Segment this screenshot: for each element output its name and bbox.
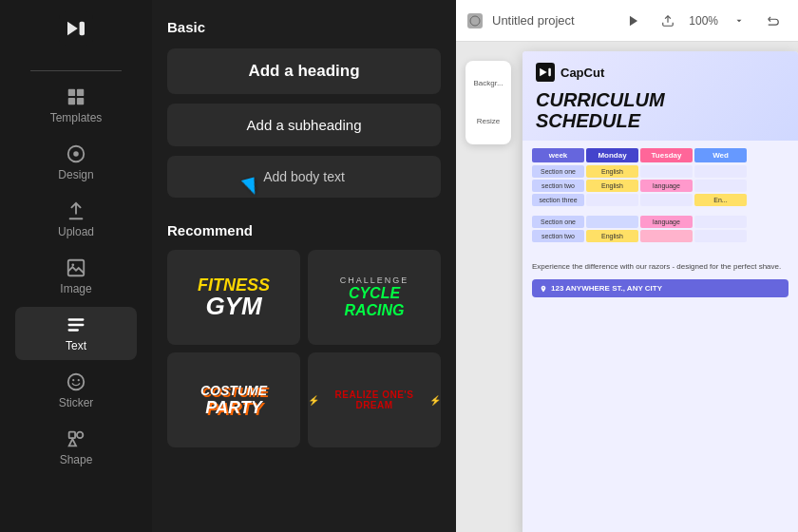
svg-point-14 — [77, 432, 83, 438]
costume-party-text: COSTUME PARTY — [200, 383, 267, 418]
basic-section-title: Basic — [167, 19, 441, 35]
topbar-title: Untitled project — [492, 13, 611, 28]
sidebar-item-design[interactable]: Design — [15, 136, 137, 189]
cell-language-1: language — [640, 180, 693, 192]
sidebar-item-templates[interactable]: Templates — [15, 79, 137, 132]
cycle-racing-text: CHALLENGE CYCLE RACING — [340, 276, 409, 319]
fitness-gym-text: FITNESS GYM — [198, 276, 270, 318]
sidebar-item-image-label: Image — [60, 282, 91, 295]
add-heading-button[interactable]: Add a heading — [167, 48, 441, 94]
cell-2-language: language — [640, 216, 693, 228]
doc-title: CURRICULUM SCHEDULE — [536, 89, 785, 131]
challenge-label: CHALLENGE — [340, 276, 409, 285]
doc-address: 123 ANYWHERE ST., ANY CITY — [532, 279, 788, 297]
favicon-icon — [467, 13, 483, 28]
topbar-actions: 100% — [620, 8, 787, 34]
costume-label: COSTUME — [200, 383, 267, 398]
sidebar-item-upload[interactable]: Upload — [15, 193, 137, 246]
cell-english-2: English — [586, 180, 638, 192]
realize-dream-text: ⚡ REALIZE ONE'S DREAM ⚡ — [308, 390, 441, 410]
cell-2-empty-2 — [694, 230, 747, 242]
canvas-tools: Backgr... Resize — [466, 61, 511, 144]
sidebar-item-templates-label: Templates — [50, 111, 103, 124]
address-text: 123 ANYWHERE ST., ANY CITY — [551, 284, 662, 293]
background-tool[interactable]: Backgr... — [471, 66, 505, 101]
doc-capcut-logo: CapCut — [536, 63, 785, 82]
doc-top-section: CapCut CURRICULUM SCHEDULE — [522, 51, 798, 141]
canvas-topbar: Untitled project 100% — [456, 0, 798, 42]
cell-section-one: Section one — [532, 165, 584, 178]
svg-rect-4 — [68, 98, 75, 104]
undo-button[interactable] — [760, 8, 787, 34]
svg-point-7 — [73, 151, 79, 157]
svg-rect-13 — [69, 432, 75, 438]
svg-rect-2 — [68, 89, 75, 96]
svg-rect-5 — [77, 98, 84, 104]
cell-2-empty-1 — [586, 216, 638, 228]
sidebar-item-image[interactable]: Image — [15, 250, 137, 303]
doc-grid-header: week Monday Tuesday Wed — [532, 148, 788, 162]
sidebar-item-shape-label: Shape — [60, 453, 93, 466]
doc-row-1-3: section three En... — [532, 194, 788, 206]
template-card-fitness-gym[interactable]: FITNESS GYM — [167, 250, 300, 345]
svg-point-11 — [72, 379, 74, 381]
doc-title-line2: SCHEDULE — [536, 110, 640, 131]
recommend-section-title: Recommend — [167, 222, 441, 238]
doc-bottom: Experience the difference with our razor… — [522, 254, 798, 305]
doc-row-2-2: section two English — [532, 230, 788, 242]
svg-point-12 — [78, 379, 80, 381]
template-card-realize-dream[interactable]: ⚡ REALIZE ONE'S DREAM ⚡ — [308, 352, 441, 447]
cell-2-pink — [640, 230, 693, 242]
cell-empty-3 — [586, 194, 638, 206]
center-panel: Basic Add a heading Add a subheading Add… — [152, 0, 456, 532]
svg-point-15 — [470, 16, 480, 26]
sidebar-item-shape[interactable]: Shape — [15, 421, 137, 474]
template-card-costume-party[interactable]: COSTUME PARTY — [167, 352, 300, 447]
doc-title-line1: CURRICULUM — [536, 89, 665, 110]
cell-extra-1 — [694, 165, 747, 178]
svg-point-9 — [71, 263, 74, 266]
sidebar: Templates Design Upload Image Text Stick… — [0, 0, 152, 532]
cell-empty-3b — [640, 194, 693, 206]
doc-row-1-2: section two English language — [532, 180, 788, 192]
right-panel: Untitled project 100% Backgr. — [456, 0, 798, 532]
svg-rect-19 — [548, 68, 551, 76]
svg-marker-16 — [630, 15, 637, 26]
cell-extra-2 — [694, 180, 747, 192]
sidebar-item-upload-label: Upload — [58, 225, 94, 238]
doc-row-group-2: Section one language section two English — [532, 216, 788, 242]
col-header-wed: Wed — [694, 148, 747, 162]
racing-label: RACING — [340, 302, 409, 319]
sidebar-item-text[interactable]: Text — [15, 307, 137, 360]
doc-capcut-name: CapCut — [560, 66, 604, 80]
zoom-dropdown-button[interactable] — [726, 8, 752, 34]
doc-row-1-1: Section one English — [532, 165, 788, 178]
export-button[interactable] — [655, 8, 681, 34]
cell-section-two: section two — [532, 180, 584, 192]
col-header-monday: Monday — [586, 148, 638, 162]
sidebar-item-text-label: Text — [66, 339, 86, 352]
svg-rect-1 — [80, 22, 85, 35]
canvas-area[interactable]: Backgr... Resize CapCut CURRICULU — [456, 42, 798, 532]
svg-rect-3 — [77, 89, 84, 96]
svg-point-10 — [68, 374, 85, 390]
resize-tool[interactable]: Resize — [471, 104, 505, 139]
sidebar-item-sticker[interactable]: Sticker — [15, 364, 137, 417]
doc-row-group-1: Section one English section two English … — [532, 165, 788, 206]
doc-bottom-text: Experience the difference with our razor… — [532, 261, 788, 272]
cell-2-english: English — [586, 230, 638, 242]
realize-label: REALIZE ONE'S DREAM — [324, 390, 426, 410]
sidebar-item-design-label: Design — [58, 168, 93, 181]
cell-english-3: En... — [694, 194, 747, 206]
cell-2-extra — [694, 216, 747, 228]
template-card-cycle-racing[interactable]: CHALLENGE CYCLE RACING — [308, 250, 441, 345]
doc-row-2-1: Section one language — [532, 216, 788, 228]
gym-label: GYM — [198, 294, 270, 318]
cell-empty-1 — [640, 165, 693, 178]
cycle-label: CYCLE — [340, 285, 409, 302]
add-subheading-button[interactable]: Add a subheading — [167, 104, 441, 146]
sidebar-logo — [59, 11, 93, 57]
add-body-button[interactable]: Add body text — [167, 156, 441, 198]
sidebar-item-sticker-label: Sticker — [59, 396, 94, 409]
preview-button[interactable] — [620, 8, 647, 34]
